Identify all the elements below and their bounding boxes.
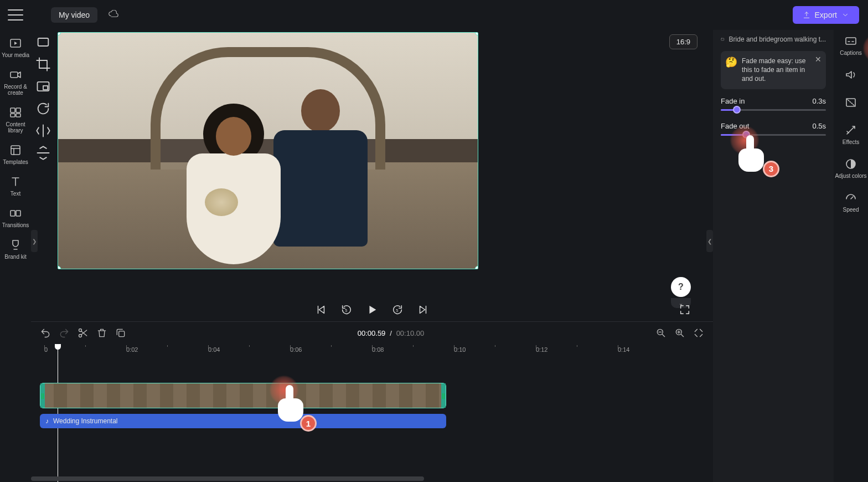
audio-clip-label: Wedding Instrumental — [53, 417, 118, 425]
play-button[interactable] — [366, 304, 378, 316]
sidebar-item-label: Content library — [0, 121, 31, 134]
ruler-tick: 0:10 — [454, 346, 466, 353]
video-clip[interactable]: || || — [40, 383, 446, 408]
project-title[interactable]: My video — [51, 7, 97, 23]
undo-button[interactable] — [40, 327, 51, 339]
ruler-tick: 0:02 — [126, 346, 138, 353]
sidebar-item-text[interactable]: Text — [9, 175, 22, 197]
speed-icon — [844, 191, 857, 204]
selected-clip-title: Bride and bridegroom walking t... — [721, 35, 826, 43]
sidebar-item-transitions[interactable]: Transitions — [2, 207, 29, 228]
left-sidebar: Your media Record & create Content libra… — [0, 30, 31, 482]
audio-track: ♪ Wedding Instrumental — [40, 414, 704, 428]
expand-right-panel[interactable]: ❮ — [706, 230, 713, 252]
resize-handle-br[interactable] — [475, 266, 478, 269]
ruler-tick: 0:04 — [208, 346, 220, 353]
svg-rect-9 — [38, 38, 49, 46]
ruler-tick: 0:14 — [618, 346, 629, 353]
rail-item-speed[interactable]: Speed — [843, 191, 859, 213]
svg-rect-7 — [11, 211, 15, 216]
fade-in-label: Fade in — [721, 97, 745, 105]
clip-trim-right[interactable]: || — [441, 383, 446, 408]
svg-rect-8 — [16, 211, 20, 216]
rotate-tool[interactable] — [35, 101, 51, 116]
brandkit-icon — [9, 238, 22, 252]
clip-icon — [721, 35, 725, 43]
svg-rect-11 — [43, 86, 48, 90]
rail-item-label: Captions — [840, 50, 861, 56]
timeline-scrollbar[interactable] — [31, 476, 424, 481]
rail-item-adjust-colors[interactable]: Adjust colors — [835, 157, 866, 179]
svg-rect-4 — [11, 114, 15, 117]
flip-horizontal-tool[interactable] — [35, 123, 51, 139]
rail-item-fade[interactable] — [844, 96, 857, 111]
playhead[interactable] — [58, 344, 58, 482]
audio-icon — [844, 68, 857, 81]
zoom-out-button[interactable] — [655, 327, 666, 339]
skip-back-button[interactable]: 5 — [340, 304, 353, 316]
svg-text:5: 5 — [345, 308, 347, 313]
fit-timeline-button[interactable] — [693, 327, 704, 339]
canvas-toolbar — [31, 30, 55, 299]
rail-item-audio[interactable] — [844, 68, 857, 84]
fade-out-slider[interactable] — [721, 130, 826, 139]
sidebar-item-record-create[interactable]: Record & create — [0, 68, 31, 96]
transport-controls: 5 5 — [31, 299, 713, 321]
menu-button[interactable] — [8, 9, 23, 20]
clip-trim-left[interactable]: || — [40, 383, 45, 408]
svg-rect-3 — [16, 108, 20, 112]
svg-rect-19 — [721, 38, 724, 40]
split-button[interactable] — [78, 327, 89, 339]
crop-tool[interactable] — [35, 57, 51, 72]
next-clip-button[interactable] — [417, 304, 429, 316]
export-button[interactable]: Export — [793, 6, 859, 24]
video-frame-mock — [58, 33, 478, 269]
svg-rect-20 — [846, 38, 856, 44]
svg-rect-16 — [119, 331, 125, 337]
adjust-colors-icon — [844, 157, 857, 171]
skip-forward-button[interactable]: 5 — [391, 304, 404, 316]
sidebar-item-label: Transitions — [2, 222, 29, 228]
timeline-ruler[interactable]: 0 0:02 0:04 0:06 0:08 0:10 0:12 0:14 — [42, 346, 704, 358]
rail-item-effects[interactable]: Effects — [843, 124, 859, 145]
fade-icon — [844, 96, 857, 109]
fade-out-label: Fade out — [721, 122, 749, 130]
sidebar-item-brand-kit[interactable]: Brand kit — [4, 238, 26, 260]
transitions-icon — [9, 207, 22, 220]
camera-icon — [9, 68, 22, 81]
music-note-icon: ♪ — [45, 417, 49, 425]
preview-canvas[interactable] — [58, 32, 478, 269]
fade-in-value: 0.3s — [812, 97, 826, 105]
zoom-in-button[interactable] — [674, 327, 685, 339]
flip-vertical-tool[interactable] — [35, 145, 51, 161]
sidebar-item-content-library[interactable]: Content library — [0, 106, 31, 134]
fullscreen-button[interactable] — [679, 304, 691, 316]
sidebar-item-your-media[interactable]: Your media — [2, 37, 29, 58]
close-tip-button[interactable]: ✕ — [815, 54, 822, 65]
fade-in-slider[interactable] — [721, 105, 826, 114]
audio-clip[interactable]: ♪ Wedding Instrumental — [40, 414, 446, 428]
duplicate-button[interactable] — [115, 327, 126, 339]
sidebar-item-label: Templates — [3, 159, 28, 165]
sidebar-item-label: Text — [11, 191, 20, 197]
text-icon — [9, 175, 22, 188]
chevron-down-icon — [841, 11, 849, 19]
thinking-face-icon: 🤔 — [725, 55, 737, 69]
aspect-ratio-selector[interactable]: 16:9 — [669, 34, 698, 49]
redo-button[interactable] — [59, 327, 70, 339]
svg-text:5: 5 — [396, 308, 398, 313]
prev-clip-button[interactable] — [315, 304, 327, 316]
sidebar-item-templates[interactable]: Templates — [3, 143, 28, 165]
ruler-tick: 0:06 — [290, 346, 302, 353]
fit-tool[interactable] — [35, 34, 51, 50]
rail-item-captions[interactable]: Captions — [840, 34, 861, 56]
delete-button[interactable] — [96, 327, 107, 339]
help-button[interactable]: ? — [671, 277, 691, 297]
rail-item-label: Speed — [843, 207, 859, 213]
pip-tool[interactable] — [35, 79, 51, 94]
ruler-tick: 0 — [44, 346, 48, 353]
captions-icon — [844, 34, 857, 48]
video-track: || || — [40, 383, 704, 408]
sidebar-item-label: Your media — [2, 52, 29, 58]
rail-item-label: Effects — [843, 139, 859, 145]
